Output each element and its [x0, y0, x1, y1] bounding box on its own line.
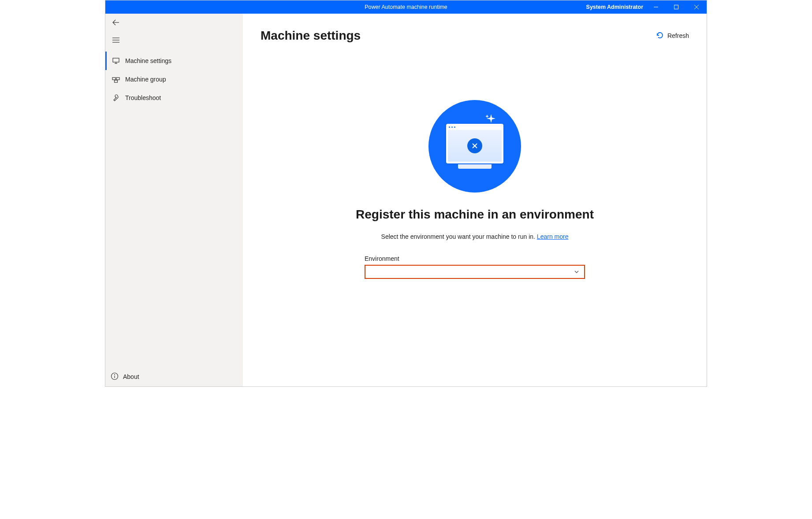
close-icon — [694, 4, 699, 10]
sidebar-item-machine-settings[interactable]: Machine settings — [105, 52, 243, 70]
info-icon — [111, 372, 119, 382]
monitor-illustration — [446, 124, 503, 163]
titlebar: Power Automate machine runtime System Ad… — [105, 0, 707, 14]
hamburger-icon — [112, 36, 120, 44]
minimize-icon — [653, 4, 659, 10]
hero-section: Register this machine in an environment … — [261, 100, 689, 279]
sidebar: Machine settings Machine group Troublesh… — [105, 14, 243, 386]
app-window: Power Automate machine runtime System Ad… — [105, 0, 707, 387]
back-arrow-icon — [112, 18, 120, 27]
maximize-button[interactable] — [666, 0, 686, 14]
window-controls — [646, 0, 707, 14]
sidebar-item-label: Machine group — [125, 76, 166, 83]
sidebar-item-machine-group[interactable]: Machine group — [105, 70, 243, 89]
environment-label: Environment — [365, 255, 585, 262]
close-button[interactable] — [686, 0, 707, 14]
environment-form: Environment — [365, 255, 585, 279]
svg-rect-12 — [116, 78, 119, 80]
page-header: Machine settings Refresh — [261, 29, 689, 43]
refresh-label: Refresh — [667, 32, 689, 39]
x-badge-icon — [467, 138, 482, 153]
hero-title: Register this machine in an environment — [356, 208, 594, 222]
hero-subtitle-text: Select the environment you want your mac… — [381, 233, 537, 240]
page-title: Machine settings — [261, 29, 361, 43]
sidebar-item-label: Machine settings — [125, 57, 171, 64]
app-title: Power Automate machine runtime — [365, 4, 447, 10]
refresh-icon — [656, 31, 664, 41]
environment-dropdown[interactable] — [365, 265, 585, 279]
sidebar-nav: Machine settings Machine group Troublesh… — [105, 52, 243, 107]
wrench-icon — [112, 94, 120, 102]
chevron-down-icon — [574, 269, 580, 275]
svg-point-16 — [115, 374, 115, 375]
learn-more-link[interactable]: Learn more — [537, 233, 569, 240]
svg-rect-13 — [115, 80, 118, 82]
svg-rect-8 — [113, 58, 119, 62]
monitor-icon — [112, 57, 120, 65]
main-content: Machine settings Refresh — [243, 14, 707, 386]
hamburger-button[interactable] — [105, 31, 127, 49]
hero-subtitle: Select the environment you want your mac… — [381, 233, 569, 240]
sidebar-item-label: Troubleshoot — [125, 94, 161, 101]
maximize-icon — [674, 4, 679, 10]
sidebar-item-label: About — [123, 373, 139, 380]
sidebar-item-about[interactable]: About — [105, 367, 243, 386]
sidebar-item-troubleshoot[interactable]: Troubleshoot — [105, 89, 243, 107]
svg-rect-1 — [674, 5, 678, 9]
group-icon — [112, 75, 120, 83]
refresh-button[interactable]: Refresh — [656, 31, 689, 41]
app-body: Machine settings Machine group Troublesh… — [105, 14, 707, 386]
svg-rect-11 — [112, 78, 115, 80]
minimize-button[interactable] — [646, 0, 666, 14]
current-user: System Administrator — [586, 4, 646, 10]
hero-illustration — [428, 100, 521, 193]
sparkle-icon — [485, 113, 497, 127]
back-button[interactable] — [105, 14, 127, 31]
